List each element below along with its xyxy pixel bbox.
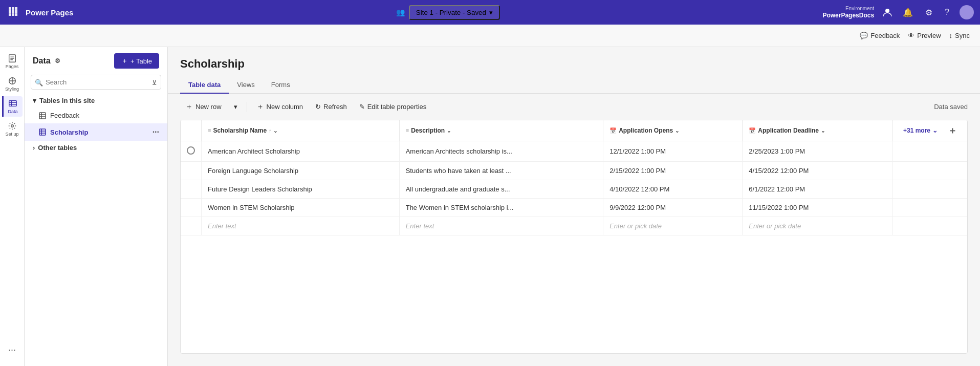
sidebar-item-pages[interactable]: Pages (2, 51, 23, 72)
col-chevron-icon: ⌄ (821, 128, 825, 134)
page-title: Scholarship (180, 57, 968, 71)
new-row-button[interactable]: ＋ New row (180, 99, 227, 115)
other-tables-section[interactable]: › Other tables (25, 141, 167, 155)
svg-rect-1 (12, 7, 14, 10)
cell-scholarship-name[interactable]: Women in STEM Scholarship (202, 199, 400, 217)
chevron-down-icon: ▾ (489, 9, 493, 16)
cell-description[interactable]: The Women in STEM scholarship i... (399, 199, 603, 217)
chevron-down-icon: ⌄ (932, 127, 938, 134)
second-toolbar: 💬 Feedback 👁 Preview ↕ Sync (0, 25, 980, 47)
cell-empty-description[interactable]: Enter text (399, 217, 603, 235)
row-radio[interactable] (181, 141, 202, 162)
col-chevron-icon: ⌄ (447, 128, 451, 134)
cell-scholarship-name[interactable]: Foreign Language Scholarship (202, 162, 400, 180)
cell-description[interactable]: Students who have taken at least ... (399, 162, 603, 180)
svg-rect-3 (9, 10, 11, 13)
plus-icon: ＋ (121, 56, 128, 66)
table-active-icon (39, 128, 46, 136)
cell-app-opens[interactable]: 2/15/2022 1:00 PM (603, 162, 743, 180)
cell-app-opens[interactable]: 12/1/2022 1:00 PM (603, 141, 743, 162)
main-content: Scholarship Table data Views Forms ＋ New… (168, 47, 980, 366)
sidebar-title: Data ⚙ (33, 56, 60, 66)
text-col-icon: ≡ (406, 127, 409, 134)
cell-app-opens[interactable]: 4/10/2022 12:00 PM (603, 180, 743, 199)
sidebar-item-data[interactable]: Data (2, 96, 23, 117)
date-col-icon: 📅 (609, 127, 617, 134)
separator (247, 102, 247, 112)
edit-table-properties-button[interactable]: ✎ Edit table properties (354, 100, 432, 114)
svg-rect-7 (12, 13, 14, 16)
table-row: American Architect Scholarship American … (181, 141, 967, 162)
plus-more-button[interactable]: +31 more ⌄ (899, 127, 942, 134)
cell-description[interactable]: All undergraduate and graduate s... (399, 180, 603, 199)
tab-table-data[interactable]: Table data (180, 77, 229, 94)
row-radio (181, 199, 202, 217)
cell-extra (892, 199, 967, 217)
refresh-button[interactable]: ↻ Refresh (310, 100, 352, 114)
add-column-button[interactable]: ＋ (944, 124, 961, 137)
tab-views[interactable]: Views (229, 77, 263, 94)
refresh-icon: ↻ (315, 103, 321, 111)
more-options-icon[interactable]: ··· (2, 339, 23, 360)
cell-empty-scholarship-name[interactable]: Enter text (202, 217, 400, 235)
chevron-down-icon: ▾ (33, 97, 36, 104)
filter-icon[interactable]: ⊻ (152, 78, 157, 86)
col-header-scholarship-name[interactable]: ≡ Scholarship Name ↑ ⌄ (202, 120, 400, 141)
grid-menu-icon[interactable] (6, 5, 19, 20)
cell-app-opens[interactable]: 9/9/2022 12:00 PM (603, 199, 743, 217)
cell-extra (892, 141, 967, 162)
svg-rect-5 (15, 10, 17, 13)
icon-rail: Pages Styling Data Set up ··· (0, 47, 25, 366)
row-radio (181, 180, 202, 199)
sidebar-settings-icon[interactable]: ⚙ (55, 57, 60, 64)
sidebar-item-feedback[interactable]: Feedback (25, 107, 167, 123)
data-table: ≡ Scholarship Name ↑ ⌄ ≡ Description ⌄ (181, 120, 967, 235)
cell-empty-app-deadline[interactable]: Enter or pick date (743, 217, 893, 235)
svg-rect-15 (9, 101, 16, 106)
sidebar-item-setup[interactable]: Set up (2, 119, 23, 139)
tab-forms[interactable]: Forms (263, 77, 298, 94)
new-row-dropdown-button[interactable]: ▾ (229, 100, 243, 114)
add-table-button[interactable]: ＋ + Table (114, 53, 159, 69)
chevron-right-icon: › (33, 144, 35, 152)
item-more-icon[interactable]: ··· (153, 127, 159, 137)
cell-app-deadline[interactable]: 6/1/2022 12:00 PM (743, 180, 893, 199)
notification-icon[interactable]: 🔔 (901, 6, 915, 19)
col-header-description[interactable]: ≡ Description ⌄ (399, 120, 603, 141)
col-chevron-icon: ⌄ (273, 128, 277, 134)
avatar[interactable] (960, 5, 974, 19)
sidebar-item-styling[interactable]: Styling (2, 74, 23, 94)
table-row: Foreign Language Scholarship Students wh… (181, 162, 967, 180)
settings-icon[interactable]: ⚙ (923, 6, 934, 19)
help-icon[interactable]: ? (943, 6, 951, 19)
cell-app-deadline[interactable]: 4/15/2022 12:00 PM (743, 162, 893, 180)
feedback-top-button[interactable]: 💬 Feedback (860, 32, 900, 39)
new-column-button[interactable]: ＋ New column (251, 99, 309, 115)
col-header-plus-more[interactable]: +31 more ⌄ ＋ (892, 120, 967, 141)
cell-description[interactable]: American Architects scholarship is... (399, 141, 603, 162)
sync-icon: ↕ (949, 32, 953, 39)
search-bar: 🔍 ⊻ (31, 75, 161, 90)
table-row: Women in STEM Scholarship The Women in S… (181, 199, 967, 217)
eye-icon: 👁 (908, 32, 914, 39)
cell-app-deadline[interactable]: 2/25/2023 1:00 PM (743, 141, 893, 162)
table-toolbar: ＋ New row ▾ ＋ New column ↻ Refresh ✎ Edi… (168, 94, 980, 120)
svg-rect-4 (12, 10, 14, 13)
col-header-application-opens[interactable]: 📅 Application Opens ⌄ (603, 120, 743, 141)
sidebar-item-scholarship[interactable]: Scholarship ··· (25, 123, 167, 141)
cell-scholarship-name[interactable]: Future Design Leaders Scholarship (202, 180, 400, 199)
cell-empty-app-opens[interactable]: Enter or pick date (603, 217, 743, 235)
row-select-radio[interactable] (187, 146, 195, 155)
cell-scholarship-name[interactable]: American Architect Scholarship (202, 141, 400, 162)
cell-extra (892, 162, 967, 180)
tables-in-site-section[interactable]: ▾ Tables in this site (25, 94, 167, 107)
search-input[interactable] (31, 75, 161, 90)
cell-app-deadline[interactable]: 11/15/2022 1:00 PM (743, 199, 893, 217)
data-saved-status: Data saved (934, 103, 968, 111)
site-selector[interactable]: Site 1 - Private - Saved ▾ (409, 5, 500, 20)
preview-button[interactable]: 👁 Preview (908, 32, 941, 39)
person-icon (882, 7, 892, 17)
table-icon (39, 112, 46, 119)
col-header-application-deadline[interactable]: 📅 Application Deadline ⌄ (743, 120, 893, 141)
sync-button[interactable]: ↕ Sync (949, 32, 970, 39)
